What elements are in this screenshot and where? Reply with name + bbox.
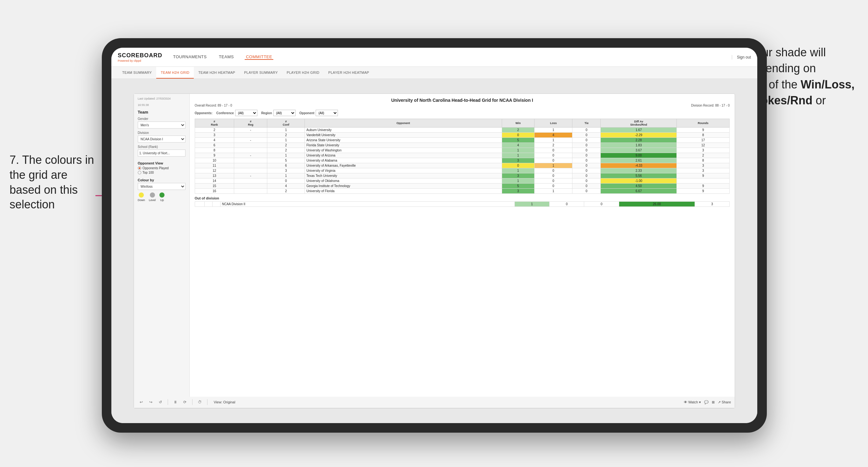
cell-diff: -2.29 [601, 133, 677, 138]
toolbar-divider-2 [192, 399, 192, 405]
ood-division: NCAA Division II [220, 202, 515, 207]
cell-loss: 0 [534, 153, 572, 158]
comment-button[interactable]: 💬 [704, 400, 709, 404]
cell-conf: 3 [267, 168, 305, 174]
tableau-toolbar: ↩ ↪ ↺ ⏸ ⟳ ⏱ View: Original 👁 Watch ▾ 💬 [134, 397, 735, 408]
opponents-filter-label: Opponents: [195, 111, 213, 115]
refresh-button[interactable]: ⟳ [181, 399, 188, 406]
cell-opponent: Florida State University [305, 143, 502, 148]
th-win: Win [502, 119, 534, 128]
tab-team-h2h-heatmap[interactable]: TEAM H2H HEATMAP [194, 67, 240, 79]
cell-opponent: Arizona State University [305, 138, 502, 143]
record-row: Overall Record: 89 - 17 - 0 Division Rec… [195, 104, 730, 107]
cell-win: 3 [502, 189, 534, 194]
region-filter-label: Region [261, 111, 272, 115]
school-input[interactable] [138, 150, 186, 157]
division-select[interactable]: NCAA Division I [138, 135, 186, 143]
cell-diff: 2.61 [601, 158, 677, 163]
sign-out-link[interactable]: Sign out [732, 55, 751, 60]
cell-win: 3 [502, 174, 534, 179]
conference-filter-select[interactable]: (All) [235, 110, 257, 116]
cell-conf: 1 [267, 174, 305, 179]
ood-loss: 0 [549, 202, 584, 207]
redo-button[interactable]: ↪ [147, 399, 154, 406]
nav-item-teams[interactable]: TEAMS [218, 54, 235, 60]
cell-loss: 1 [534, 138, 572, 143]
cell-reg [234, 189, 267, 194]
radio-top100[interactable]: Top 100 [138, 171, 186, 174]
cell-tie: 0 [572, 168, 601, 174]
conference-filter-label: Conference [216, 111, 234, 115]
cell-reg [234, 133, 267, 138]
share-button[interactable]: ↗ Share [718, 400, 731, 404]
cell-rounds: 8 [677, 133, 730, 138]
cell-rank: 11 [195, 163, 234, 168]
tab-team-h2h-grid[interactable]: TEAM H2H GRID [156, 67, 194, 79]
filter-row: Opponents: Conference (All) Region ( [195, 110, 730, 116]
cell-loss: 0 [534, 179, 572, 184]
division-record: Division Record: 88 - 17 - 0 [691, 104, 730, 107]
cell-reg: - [234, 138, 267, 143]
undo-button[interactable]: ↩ [138, 399, 145, 406]
gender-select[interactable]: Men's [138, 122, 186, 128]
cell-loss: 1 [534, 189, 572, 194]
tablet-frame: SCOREBOARD Powered by clippd TOURNAMENTS… [102, 38, 767, 433]
tab-player-h2h-heatmap[interactable]: PLAYER H2H HEATMAP [324, 67, 374, 79]
cell-tie: 0 [572, 158, 601, 163]
nav-item-tournaments[interactable]: TOURNAMENTS [172, 54, 208, 60]
opponent-filter-select[interactable]: (All) [316, 110, 338, 116]
cell-win: 0 [502, 163, 534, 168]
cell-reg: - [234, 153, 267, 158]
tab-team-summary[interactable]: TEAM SUMMARY [118, 67, 156, 79]
cell-win: 5 [502, 184, 534, 189]
radio-opponents-played[interactable]: Opponents Played [138, 166, 186, 170]
cell-diff: 2.33 [601, 168, 677, 174]
nav-item-committee[interactable]: COMMITTEE [245, 54, 274, 60]
th-tie: Tie [572, 119, 601, 128]
logo-area: SCOREBOARD Powered by clippd [118, 52, 162, 62]
tablet-screen: SCOREBOARD Powered by clippd TOURNAMENTS… [111, 48, 757, 423]
tab-player-h2h-grid[interactable]: PLAYER H2H GRID [282, 67, 324, 79]
cell-opponent: University of Florida [305, 189, 502, 194]
cell-diff: -4.33 [601, 163, 677, 168]
tab-player-summary[interactable]: PLAYER SUMMARY [240, 67, 282, 79]
cell-win: 2 [502, 128, 534, 133]
cell-tie: 0 [572, 153, 601, 158]
cell-rank: 12 [195, 168, 234, 174]
cell-rounds: 2 [677, 153, 730, 158]
cell-rank: 16 [195, 189, 234, 194]
region-filter-select[interactable]: (All) [273, 110, 296, 116]
legend-circle-down [139, 192, 144, 197]
cell-rank: 8 [195, 148, 234, 153]
cell-tie: 0 [572, 184, 601, 189]
main-table: #Rank #Reg #Conf Opponent Win Loss Tie D… [195, 119, 730, 194]
pause-button[interactable]: ⏸ [172, 399, 179, 406]
cell-loss: 0 [534, 158, 572, 163]
legend-up: Up [159, 192, 164, 202]
cell-rank: 15 [195, 184, 234, 189]
ood-reg [204, 202, 212, 207]
table-row: 12 3 University of Virginia 1 0 0 2.33 3 [195, 168, 730, 174]
timestamp: Last Updated: 27/03/2024 [138, 97, 186, 100]
opponent-filter-label: Opponent [300, 111, 314, 115]
opponent-filter-group: Opponent (All) [300, 110, 338, 116]
table-row: 14 0 University of Oklahoma 1 0 0 -1.00 [195, 179, 730, 184]
watch-button[interactable]: 👁 Watch ▾ [684, 400, 701, 404]
opponent-view-label: Opponent View [138, 161, 186, 165]
out-of-division-label: Out of division [195, 196, 730, 200]
cell-loss: 4 [534, 133, 572, 138]
colour-by-select[interactable]: Win/loss [138, 183, 186, 190]
cell-diff: 6.67 [601, 189, 677, 194]
legend-label-up: Up [160, 198, 164, 202]
ood-win: 1 [515, 202, 549, 207]
top-nav: SCOREBOARD Powered by clippd TOURNAMENTS… [111, 48, 757, 67]
legend-label-down: Down [138, 198, 145, 202]
cell-conf: 1 [267, 128, 305, 133]
table-row: 16 2 University of Florida 3 1 0 6.67 9 [195, 189, 730, 194]
annotation-left: 7. The colours in the grid are based on … [9, 153, 99, 212]
cell-reg [234, 179, 267, 184]
region-filter-group: Region (All) [261, 110, 296, 116]
grid-button[interactable]: ⊞ [712, 400, 715, 404]
clock-button[interactable]: ⏱ [196, 399, 203, 406]
reset-button[interactable]: ↺ [157, 399, 164, 406]
